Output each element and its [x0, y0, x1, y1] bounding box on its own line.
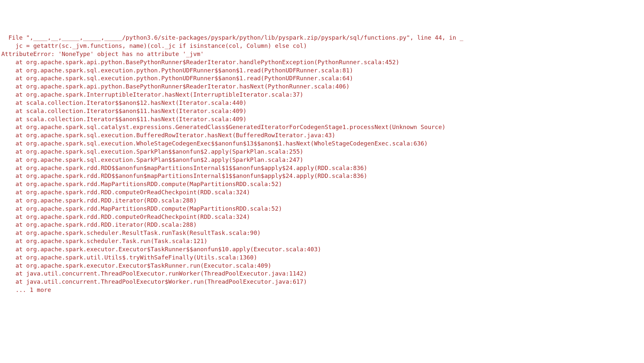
stack-frame: at org.apache.spark.rdd.RDD.computeOrRea… [1, 188, 644, 197]
stack-frame: at java.util.concurrent.ThreadPoolExecut… [1, 278, 644, 286]
stack-frame: at org.apache.spark.executor.Executor$Ta… [1, 262, 644, 270]
stack-frame: at org.apache.spark.rdd.RDD$$anonfun$map… [1, 164, 644, 172]
stack-frame: at scala.collection.Iterator$$anon$11.ha… [1, 115, 644, 124]
stack-frame: at org.apache.spark.executor.Executor$Ta… [1, 245, 644, 254]
stack-frame: at org.apache.spark.sql.execution.SparkP… [1, 156, 644, 164]
stack-frame: at org.apache.spark.InterruptibleIterato… [1, 91, 644, 99]
stack-frame: at org.apache.spark.api.python.BasePytho… [1, 58, 644, 67]
stack-frame: at org.apache.spark.rdd.RDD.iterator(RDD… [1, 221, 644, 229]
python-file-line: File ",____,__,_____,_____,_____/python3… [1, 34, 644, 42]
stack-frame: at org.apache.spark.rdd.RDD$$anonfun$map… [1, 172, 644, 180]
stack-frame: at scala.collection.Iterator$$anon$11.ha… [1, 107, 644, 115]
stack-frame: at org.apache.spark.sql.catalyst.express… [1, 123, 644, 131]
stack-frame: at org.apache.spark.rdd.MapPartitionsRDD… [1, 180, 644, 188]
stack-frame: at scala.collection.Iterator$$anon$12.ha… [1, 99, 644, 107]
stack-more: ... 1 more [1, 286, 644, 294]
python-code-line: jc = getattr(sc._jvm.functions, name)(co… [1, 42, 644, 50]
stack-frame: at org.apache.spark.sql.execution.WholeS… [1, 140, 644, 148]
stack-frame: at org.apache.spark.scheduler.Task.run(T… [1, 237, 644, 245]
stack-frame: at org.apache.spark.api.python.BasePytho… [1, 83, 644, 91]
stack-frame: at org.apache.spark.sql.execution.python… [1, 67, 644, 75]
stack-frame: at java.util.concurrent.ThreadPoolExecut… [1, 270, 644, 278]
stack-frame: at org.apache.spark.rdd.RDD.computeOrRea… [1, 213, 644, 221]
stack-frame: at org.apache.spark.rdd.MapPartitionsRDD… [1, 205, 644, 213]
stack-frame: at org.apache.spark.util.Utils$.tryWithS… [1, 254, 644, 262]
stack-trace-output: File ",____,__,_____,_____,_____/python3… [1, 34, 644, 294]
stack-frame: at org.apache.spark.sql.execution.SparkP… [1, 148, 644, 156]
stack-frame: at org.apache.spark.scheduler.ResultTask… [1, 229, 644, 237]
python-error-line: AttributeError: 'NoneType' object has no… [1, 50, 644, 58]
stack-frame: at org.apache.spark.sql.execution.Buffer… [1, 131, 644, 140]
stack-frame: at org.apache.spark.rdd.RDD.iterator(RDD… [1, 197, 644, 205]
stack-frame: at org.apache.spark.sql.execution.python… [1, 74, 644, 83]
